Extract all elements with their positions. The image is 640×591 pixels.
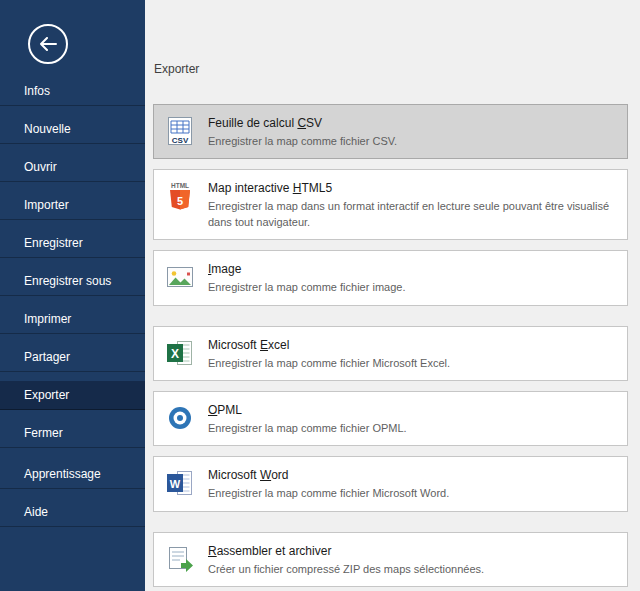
export-option-text: Feuille de calcul CSV Enregistrer la map…	[208, 115, 397, 149]
html5-icon: HTML 5	[164, 180, 196, 212]
sidebar-item-fermer[interactable]: Fermer	[0, 419, 145, 448]
export-option-description: Enregistrer la map comme fichier Microso…	[208, 486, 449, 501]
title-text: PML	[217, 403, 242, 417]
export-option-opml[interactable]: OPML Enregistrer la map comme fichier OP…	[153, 391, 628, 446]
title-accelerator: E	[260, 338, 268, 352]
title-accelerator: O	[208, 403, 217, 417]
sidebar-item-infos[interactable]: Infos	[0, 77, 145, 106]
export-option-title: Image	[208, 262, 405, 276]
export-option-description: Enregistrer la map comme fichier image.	[208, 280, 405, 295]
export-group-1: CSV Feuille de calcul CSV Enregistrer la…	[153, 104, 628, 306]
export-option-text: OPML Enregistrer la map comme fichier OP…	[208, 402, 407, 436]
excel-icon: X	[164, 337, 196, 369]
export-option-word[interactable]: W Microsoft Word Enregistrer la map comm…	[153, 456, 628, 511]
export-option-excel[interactable]: X Microsoft Excel Enregistrer la map com…	[153, 326, 628, 381]
back-arrow-icon	[39, 37, 57, 51]
export-option-text: Rassembler et archiver Créer un fichier …	[208, 543, 484, 577]
export-option-title: OPML	[208, 403, 407, 417]
export-option-title: Map interactive HTML5	[208, 181, 617, 195]
title-text: Map interactive	[208, 181, 293, 195]
svg-text:5: 5	[177, 195, 183, 207]
sidebar-item-enregistrer[interactable]: Enregistrer	[0, 229, 145, 258]
title-text: xcel	[268, 338, 289, 352]
sidebar-item-aide[interactable]: Aide	[0, 498, 145, 527]
sidebar-nav: Infos Nouvelle Ouvrir Importer Enregistr…	[0, 77, 145, 527]
export-panel: Exporter CSV Feuille de calcul CSV	[145, 0, 640, 591]
sidebar-item-importer[interactable]: Importer	[0, 191, 145, 220]
title-text: SV	[306, 116, 322, 130]
csv-spreadsheet-icon: CSV	[164, 115, 196, 147]
export-option-text: Microsoft Word Enregistrer la map comme …	[208, 467, 449, 501]
export-option-html5[interactable]: HTML 5 Map interactive HTML5 Enregistrer…	[153, 169, 628, 240]
sidebar-item-exporter[interactable]: Exporter	[0, 381, 145, 410]
export-option-title: Feuille de calcul CSV	[208, 116, 397, 130]
backstage-view: Infos Nouvelle Ouvrir Importer Enregistr…	[0, 0, 640, 591]
svg-text:X: X	[171, 346, 179, 360]
title-text: ord	[271, 468, 288, 482]
title-text: assembler et archiver	[217, 544, 332, 558]
export-option-text: Image Enregistrer la map comme fichier i…	[208, 261, 405, 295]
export-option-description: Enregistrer la map dans un format intera…	[208, 199, 617, 230]
sidebar-item-nouvelle[interactable]: Nouvelle	[0, 115, 145, 144]
sidebar: Infos Nouvelle Ouvrir Importer Enregistr…	[0, 0, 145, 591]
sidebar-item-apprentissage[interactable]: Apprentissage	[0, 460, 145, 489]
export-group-3: Rassembler et archiver Créer un fichier …	[153, 532, 628, 587]
title-accelerator: C	[297, 116, 306, 130]
image-icon	[164, 261, 196, 293]
title-accelerator: W	[260, 468, 271, 482]
export-option-description: Enregistrer la map comme fichier Microso…	[208, 356, 450, 371]
export-option-description: Enregistrer la map comme fichier OPML.	[208, 421, 407, 436]
svg-text:CSV: CSV	[172, 136, 189, 145]
svg-text:HTML: HTML	[171, 182, 189, 189]
pack-and-go-icon	[164, 543, 196, 575]
word-icon: W	[164, 467, 196, 499]
export-option-image[interactable]: Image Enregistrer la map comme fichier i…	[153, 250, 628, 305]
sidebar-item-ouvrir[interactable]: Ouvrir	[0, 153, 145, 182]
sidebar-item-imprimer[interactable]: Imprimer	[0, 305, 145, 334]
export-option-pack-and-go[interactable]: Rassembler et archiver Créer un fichier …	[153, 532, 628, 587]
export-option-description: Enregistrer la map comme fichier CSV.	[208, 134, 397, 149]
sidebar-item-enregistrer-sous[interactable]: Enregistrer sous	[0, 267, 145, 296]
export-option-title: Rassembler et archiver	[208, 544, 484, 558]
export-option-title: Microsoft Excel	[208, 338, 450, 352]
page-title: Exporter	[154, 62, 628, 76]
title-text: Microsoft	[208, 338, 260, 352]
export-option-description: Créer un fichier compressé ZIP des maps …	[208, 562, 484, 577]
back-button[interactable]	[28, 24, 68, 64]
title-text: mage	[211, 262, 241, 276]
export-group-2: X Microsoft Excel Enregistrer la map com…	[153, 326, 628, 512]
export-option-text: Map interactive HTML5 Enregistrer la map…	[208, 180, 617, 230]
export-option-csv[interactable]: CSV Feuille de calcul CSV Enregistrer la…	[153, 104, 628, 159]
opml-icon	[164, 402, 196, 434]
title-text: Microsoft	[208, 468, 260, 482]
title-text: TML5	[301, 181, 332, 195]
title-text: Feuille de calcul	[208, 116, 297, 130]
export-option-text: Microsoft Excel Enregistrer la map comme…	[208, 337, 450, 371]
title-accelerator: R	[208, 544, 217, 558]
svg-text:W: W	[170, 478, 181, 490]
sidebar-item-partager[interactable]: Partager	[0, 343, 145, 372]
export-option-title: Microsoft Word	[208, 468, 449, 482]
